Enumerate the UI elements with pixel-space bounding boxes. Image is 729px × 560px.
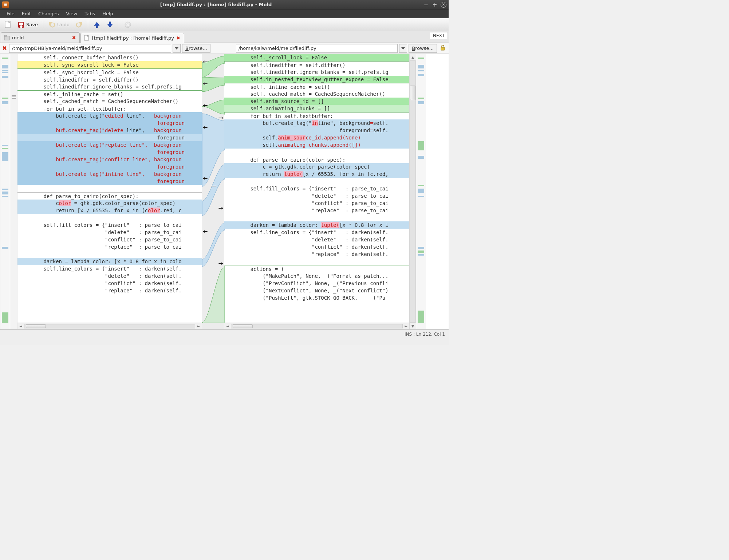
- code-line[interactable]: buf.create_tag("conflict line", backgrou…: [17, 156, 202, 163]
- code-line[interactable]: [17, 214, 202, 221]
- code-line[interactable]: self._cached_match = CachedSequenceMatch…: [17, 98, 202, 105]
- clear-first-icon[interactable]: ✖: [1, 45, 8, 52]
- tab-close-icon[interactable]: ✖: [72, 35, 76, 40]
- code-line[interactable]: buf.create_tag("replace line", backgroun: [17, 141, 202, 149]
- left-hscroll[interactable]: ◄ ►: [17, 323, 202, 329]
- code-line[interactable]: self.fill_colors = {"insert" : parse_to_…: [17, 221, 202, 229]
- code-line[interactable]: "conflict" : darken(self.: [17, 280, 202, 287]
- merge-left-icon[interactable]: ←: [203, 58, 208, 65]
- maximize-button[interactable]: +: [432, 2, 438, 8]
- code-line[interactable]: ("PushLeft", gtk.STOCK_GO_BACK, _("Pu: [224, 294, 409, 301]
- code-line[interactable]: darken = lambda color: tuple([x * 0.8 fo…: [224, 221, 409, 229]
- scroll-up-icon[interactable]: ▲: [410, 54, 416, 60]
- code-line[interactable]: "replace" : darken(self.: [17, 287, 202, 294]
- right-code-pane[interactable]: self._scroll_lock = False self.linediffe…: [224, 54, 409, 323]
- code-line[interactable]: color = gtk.gdk.color_parse(color_spec): [17, 200, 202, 207]
- merge-right-icon[interactable]: →: [218, 114, 223, 121]
- code-line[interactable]: self._inline_cache = set(): [224, 83, 409, 90]
- code-line[interactable]: foregroun: [17, 149, 202, 156]
- new-button[interactable]: [2, 20, 14, 30]
- code-line[interactable]: self.animating_chunks.append([]): [224, 141, 409, 149]
- scroll-right-icon[interactable]: ►: [195, 323, 202, 329]
- code-line[interactable]: "delete" : parse_to_cai: [17, 229, 202, 236]
- code-line[interactable]: "conflict" : darken(self.: [224, 243, 409, 251]
- code-line[interactable]: self.in_nested_textview_gutter_expose = …: [224, 76, 409, 83]
- scroll-down-icon[interactable]: ▼: [410, 323, 416, 329]
- scroll-left-icon[interactable]: ◄: [224, 323, 231, 329]
- scroll-right-icon[interactable]: ►: [403, 323, 409, 329]
- merge-gap-icon[interactable]: —: [211, 182, 217, 189]
- redo-button[interactable]: [73, 20, 85, 30]
- code-line[interactable]: [224, 149, 409, 156]
- code-line[interactable]: "delete" : parse_to_cai: [224, 192, 409, 200]
- lock-icon[interactable]: [438, 45, 447, 52]
- code-line[interactable]: self.animating_chunks = []: [224, 105, 409, 112]
- right-vscroll[interactable]: ▲ ▼: [409, 54, 416, 329]
- code-line[interactable]: "replace" : parse_to_cai: [224, 207, 409, 214]
- code-line[interactable]: [17, 294, 202, 301]
- code-line[interactable]: self._sync_vscroll_lock = False: [17, 61, 202, 68]
- code-line[interactable]: def parse_to_cairo(color_spec):: [224, 156, 409, 163]
- code-line[interactable]: "conflict" : parse_to_cai: [17, 236, 202, 243]
- undo-button[interactable]: Undo: [46, 20, 72, 30]
- code-line[interactable]: ("NextConflict", None, _("Next conflict"…: [224, 287, 409, 294]
- code-line[interactable]: self._inline_cache = set(): [17, 90, 202, 98]
- code-line[interactable]: "delete" : darken(self.: [224, 236, 409, 243]
- code-line[interactable]: self.linediffer = self.differ(): [224, 61, 409, 68]
- merge-left-icon[interactable]: ←: [203, 80, 208, 87]
- merge-left-icon[interactable]: ←: [203, 124, 208, 131]
- code-line[interactable]: foregroun: [17, 178, 202, 185]
- next-diff-button[interactable]: [104, 20, 116, 30]
- left-file-path[interactable]: /tmp/tmpDHBlya-meld/meld/filediff.py: [9, 44, 171, 53]
- code-line[interactable]: return tuple([x / 65535. for x in (c.red…: [224, 170, 409, 178]
- code-line[interactable]: [224, 258, 409, 265]
- code-line[interactable]: self.line_colors = {"insert" : darken(se…: [224, 229, 409, 236]
- menu-tabs[interactable]: Tabs: [82, 10, 98, 17]
- menu-changes[interactable]: Changes: [35, 10, 62, 17]
- code-line[interactable]: foregroun: [17, 119, 202, 127]
- handle-icon[interactable]: [11, 94, 17, 100]
- code-line[interactable]: return [x / 65535. for x in (color.red, …: [17, 207, 202, 214]
- code-line[interactable]: self.linediffer.ignore_blanks = self.pre…: [17, 83, 202, 90]
- code-line[interactable]: buf.create_tag("inline line", backgroun: [17, 170, 202, 178]
- tab-filediff[interactable]: [tmp] filediff.py : [home] filediff.py ✖: [80, 33, 184, 43]
- code-line[interactable]: ("PrevConflict", None, _("Previous confl…: [224, 280, 409, 287]
- code-line[interactable]: [17, 185, 202, 192]
- left-file-dropdown[interactable]: [173, 44, 181, 53]
- code-line[interactable]: self.anim_source_id = []: [224, 98, 409, 105]
- code-line[interactable]: "replace" : darken(self.: [224, 251, 409, 258]
- code-line[interactable]: def parse_to_cairo(color_spec):: [17, 192, 202, 200]
- left-overview[interactable]: [0, 54, 10, 329]
- code-line[interactable]: buf.create_tag("inline", background=self…: [224, 119, 409, 127]
- code-line[interactable]: buf.create_tag("delete line", backgroun: [17, 127, 202, 134]
- merge-right-icon[interactable]: →: [218, 205, 223, 212]
- code-line[interactable]: self._connect_buffer_handlers(): [17, 54, 202, 61]
- merge-right-icon[interactable]: →: [218, 260, 223, 267]
- code-line[interactable]: ("MakePatch", None, _("Format as patch..…: [224, 272, 409, 280]
- menu-edit[interactable]: Edit: [19, 10, 34, 17]
- scroll-left-icon[interactable]: ◄: [17, 323, 24, 329]
- code-line[interactable]: self.anim_source_id.append(None): [224, 134, 409, 141]
- code-line[interactable]: "delete" : darken(self.: [17, 272, 202, 280]
- merge-left-icon[interactable]: ←: [203, 228, 208, 235]
- code-line[interactable]: self._sync_hscroll_lock = False: [17, 68, 202, 76]
- right-hscroll[interactable]: ◄ ►: [224, 323, 409, 329]
- right-file-dropdown[interactable]: [399, 44, 407, 53]
- menu-view[interactable]: View: [63, 10, 80, 17]
- close-button[interactable]: ✕: [441, 2, 446, 8]
- tab-meld[interactable]: meld ✖: [1, 32, 80, 43]
- code-line[interactable]: for buf in self.textbuffer:: [224, 112, 409, 119]
- merge-left-icon[interactable]: ←: [203, 102, 208, 109]
- code-line[interactable]: foregroun: [17, 134, 202, 141]
- code-line[interactable]: [224, 178, 409, 185]
- menu-file[interactable]: File: [4, 10, 17, 17]
- code-line[interactable]: self.linediffer = self.differ(): [17, 76, 202, 83]
- tab-close-icon[interactable]: ✖: [176, 35, 180, 41]
- code-line[interactable]: actions = (: [224, 265, 409, 272]
- merge-left-icon[interactable]: ←: [203, 175, 208, 182]
- right-file-path[interactable]: /home/kaiw/meld/meld/filediff.py: [236, 44, 398, 53]
- code-line[interactable]: c = gtk.gdk.color_parse(color_spec): [224, 163, 409, 170]
- code-line[interactable]: self.line_colors = {"insert" : darken(se…: [17, 265, 202, 272]
- code-line[interactable]: self.fill_colors = {"insert" : parse_to_…: [224, 185, 409, 192]
- left-code-pane[interactable]: self._connect_buffer_handlers() self._sy…: [17, 54, 202, 323]
